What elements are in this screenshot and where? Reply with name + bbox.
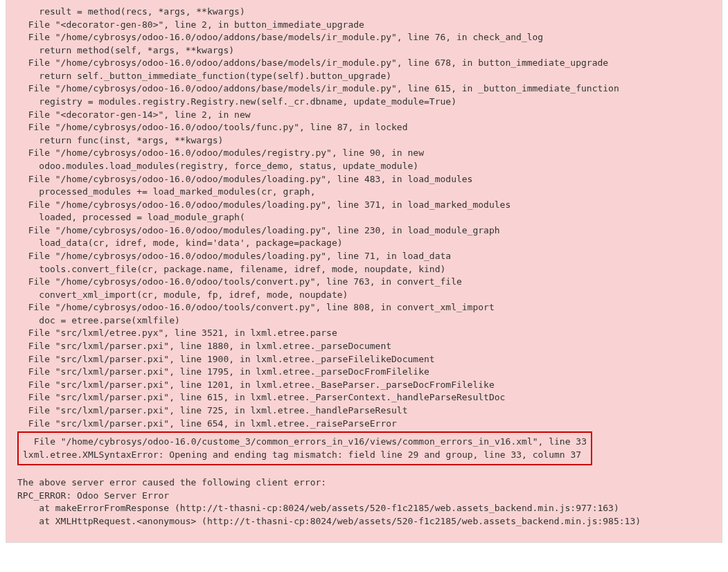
traceback-line: File "/home/cybrosys/odoo-16.0/odoo/modu…	[17, 199, 713, 212]
traceback-line: File "src/lxml/parser.pxi", line 654, in…	[17, 418, 713, 431]
traceback-line: File "<decorator-gen-80>", line 2, in bu…	[17, 19, 713, 32]
client-error-line-1: RPC_ERROR: Odoo Server Error	[17, 490, 713, 503]
traceback-line: File "/home/cybrosys/odoo-16.0/odoo/modu…	[17, 173, 713, 186]
traceback-line: File "<decorator-gen-14>", line 2, in ne…	[17, 109, 713, 122]
traceback-line: File "src/lxml/parser.pxi", line 1201, i…	[17, 379, 713, 392]
traceback-line: File "/home/cybrosys/odoo-16.0/odoo/addo…	[17, 82, 713, 96]
traceback-line: tools.convert_file(cr, package.name, fil…	[17, 263, 713, 276]
traceback-line: File "/home/cybrosys/odoo-16.0/odoo/addo…	[17, 31, 713, 44]
traceback-line: File "src/lxml/etree.pyx", line 3521, in…	[17, 327, 713, 340]
traceback-line: doc = etree.parse(xmlfile)	[17, 314, 713, 328]
client-error-line-2: at makeErrorFromResponse (http://t-thasn…	[17, 502, 713, 515]
traceback-line: File "/home/cybrosys/odoo-16.0/odoo/tool…	[17, 276, 713, 289]
client-error-line-3: at XMLHttpRequest.<anonymous> (http://t-…	[17, 515, 713, 528]
traceback-line: result = method(recs, *args, **kwargs)	[17, 6, 713, 19]
traceback-line: registry = modules.registry.Registry.new…	[17, 96, 713, 109]
traceback-line: load_data(cr, idref, mode, kind='data', …	[17, 237, 713, 250]
traceback-line: File "src/lxml/parser.pxi", line 725, in…	[17, 404, 713, 418]
traceback-body: result = method(recs, *args, **kwargs) F…	[17, 6, 713, 430]
traceback-line: File "src/lxml/parser.pxi", line 1880, i…	[17, 340, 713, 353]
traceback-line: return method(self, *args, **kwargs)	[17, 44, 713, 57]
client-error-section: The above server error caused the follow…	[17, 476, 713, 528]
traceback-line: File "/home/cybrosys/odoo-16.0/odoo/addo…	[17, 57, 713, 70]
highlight-line-0: File "/home/cybrosys/odoo-16.0/custome_3…	[23, 436, 587, 449]
traceback-line: return func(inst, *args, **kwargs)	[17, 134, 713, 148]
traceback-line: odoo.modules.load_modules(registry, forc…	[17, 160, 713, 173]
traceback-line: File "src/lxml/parser.pxi", line 1795, i…	[17, 366, 713, 379]
traceback-line: processed_modules += load_marked_modules…	[17, 186, 713, 199]
traceback-line: File "src/lxml/parser.pxi", line 615, in…	[17, 391, 713, 404]
traceback-line: return self._button_immediate_function(t…	[17, 70, 713, 83]
traceback-line: File "src/lxml/parser.pxi", line 1900, i…	[17, 353, 713, 366]
traceback-line: loaded, processed = load_module_graph(	[17, 211, 713, 224]
traceback-line: convert_xml_import(cr, module, fp, idref…	[17, 289, 713, 302]
traceback-line: File "/home/cybrosys/odoo-16.0/odoo/modu…	[17, 224, 713, 238]
client-error-line-0: The above server error caused the follow…	[17, 476, 713, 490]
traceback-line: File "/home/cybrosys/odoo-16.0/odoo/modu…	[17, 250, 713, 263]
traceback-line: File "/home/cybrosys/odoo-16.0/odoo/modu…	[17, 147, 713, 160]
error-highlight-box: File "/home/cybrosys/odoo-16.0/custome_3…	[17, 431, 592, 465]
highlight-line-1: lxml.etree.XMLSyntaxError: Opening and e…	[23, 449, 587, 462]
traceback-line: File "/home/cybrosys/odoo-16.0/odoo/tool…	[17, 121, 713, 134]
error-traceback-container: result = method(recs, *args, **kwargs) F…	[6, 0, 722, 543]
traceback-line: File "/home/cybrosys/odoo-16.0/odoo/tool…	[17, 301, 713, 314]
